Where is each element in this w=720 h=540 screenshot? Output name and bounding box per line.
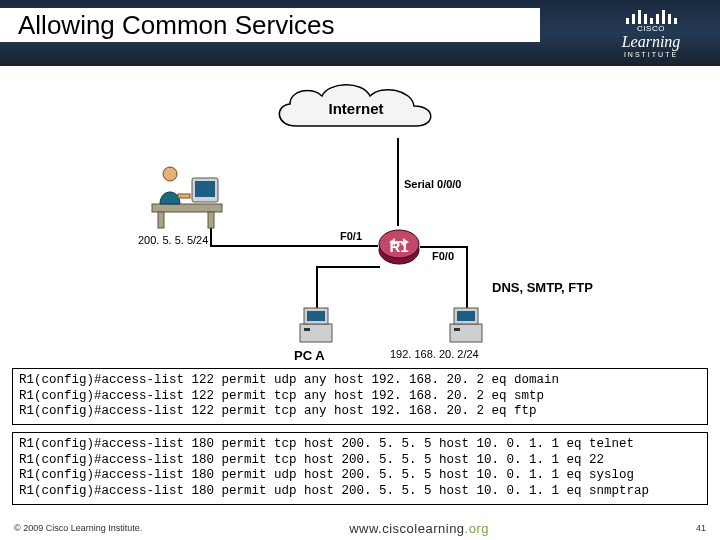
svg-rect-6 bbox=[178, 194, 190, 198]
logo-cisco: CISCO bbox=[596, 24, 706, 33]
network-diagram: Internet R1 bbox=[0, 66, 720, 366]
link-user-router-h bbox=[210, 245, 378, 247]
label-subnet-left: 200. 5. 5. 5/24 bbox=[138, 234, 208, 246]
label-subnet-right: 192. 168. 20. 2/24 bbox=[390, 348, 479, 360]
svg-rect-10 bbox=[304, 328, 310, 331]
svg-rect-0 bbox=[152, 204, 222, 212]
server-icon bbox=[444, 306, 488, 346]
svg-rect-12 bbox=[307, 311, 325, 321]
svg-rect-9 bbox=[300, 324, 332, 342]
cisco-bars-icon bbox=[596, 6, 706, 24]
pc-a-icon bbox=[294, 306, 338, 346]
svg-rect-1 bbox=[158, 212, 164, 228]
link-pca-router-h bbox=[316, 266, 380, 268]
acl-122-codeblock: R1(config)#access-list 122 permit udp an… bbox=[12, 368, 708, 425]
svg-point-5 bbox=[163, 167, 177, 181]
svg-rect-14 bbox=[454, 328, 460, 331]
logo-institute: INSTITUTE bbox=[596, 51, 706, 58]
label-services: DNS, SMTP, FTP bbox=[492, 280, 593, 295]
label-f00: F0/0 bbox=[432, 250, 454, 262]
admin-user-icon bbox=[148, 160, 228, 230]
acl-180-codeblock: R1(config)#access-list 180 permit tcp ho… bbox=[12, 432, 708, 505]
page-title: Allowing Common Services bbox=[0, 8, 540, 42]
logo-learning: Learning bbox=[596, 33, 706, 51]
svg-rect-13 bbox=[450, 324, 482, 342]
link-pcb-router-v bbox=[466, 246, 468, 308]
header-bar: Allowing Common Services CISCO Learning … bbox=[0, 0, 720, 66]
footer-url: www.ciscolearning.org bbox=[349, 521, 489, 536]
footer: © 2009 Cisco Learning Institute. www.cis… bbox=[0, 516, 720, 540]
label-f01: F0/1 bbox=[340, 230, 362, 242]
internet-label: Internet bbox=[266, 76, 446, 140]
footer-copyright: © 2009 Cisco Learning Institute. bbox=[14, 523, 142, 533]
cisco-learning-logo: CISCO Learning INSTITUTE bbox=[596, 6, 706, 58]
internet-cloud: Internet bbox=[266, 76, 446, 140]
link-pca-router-v bbox=[316, 266, 318, 308]
label-pca: PC A bbox=[294, 348, 325, 363]
svg-rect-4 bbox=[195, 181, 215, 197]
link-pcb-router-h bbox=[420, 246, 468, 248]
link-cloud-router bbox=[397, 138, 399, 226]
svg-rect-2 bbox=[208, 212, 214, 228]
router-r1-label: R1 bbox=[377, 224, 421, 268]
label-serial: Serial 0/0/0 bbox=[404, 178, 462, 190]
svg-rect-16 bbox=[457, 311, 475, 321]
footer-page: 41 bbox=[696, 523, 706, 533]
